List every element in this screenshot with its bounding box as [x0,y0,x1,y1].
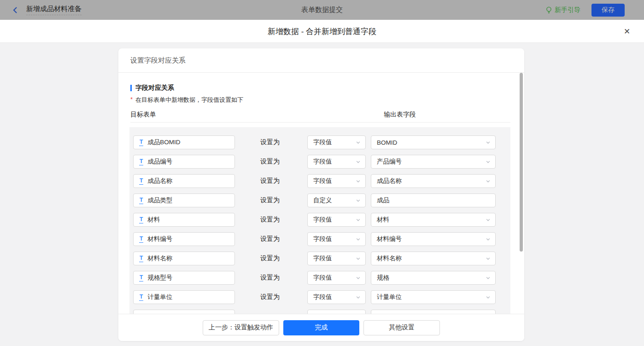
output-field-select[interactable]: 成品名称 [371,174,496,188]
target-field-box[interactable]: T材料编号 [133,232,235,246]
save-button[interactable]: 保存 [591,4,625,17]
target-field-box[interactable]: T成品名称 [133,174,235,188]
section-title-text: 字段对应关系 [135,84,174,92]
mapping-row: T材料名称设置为字段值材料名称 [133,252,510,265]
target-field-box[interactable]: T规格型号 [133,271,235,285]
section-title: 字段对应关系 [130,84,174,92]
scrollbar-thumb[interactable] [520,73,523,252]
section-accent-bar [130,85,132,91]
chevron-down-icon [356,198,361,203]
chevron-down-icon [486,295,491,300]
value-mode-select[interactable] [307,310,366,314]
chevron-down-icon [356,237,361,242]
chevron-down-icon [486,256,491,261]
set-as-label: 设置为 [260,177,280,185]
value-mode-select[interactable]: 字段值 [307,174,366,188]
dialog-body: 设置字段对应关系 字段对应关系 * 在目标表单中新增数据，字段值设置如下 目标表… [0,43,644,346]
header-divider [130,122,510,123]
card-footer: 上一步：设置触发动作 完成 其他设置 [118,314,524,341]
chevron-down-icon [356,179,361,184]
set-as-label: 设置为 [260,254,280,263]
target-field-label: 材料 [147,216,160,224]
back-button[interactable] [12,6,19,14]
mapping-rows: T成品BOMID设置为字段值BOMIDT成品编号设置为字段值产品编号T成品名称设… [129,127,510,314]
mapping-row: T材料编号设置为字段值材料编号 [133,232,510,246]
column-header-target-form: 目标表单 [130,111,156,118]
value-mode-select[interactable]: 自定义 [307,194,366,207]
target-field-label: 成品类型 [147,196,172,205]
workflow-title[interactable]: 新增成品材料准备 [26,5,82,15]
text-field-icon: T [139,294,143,301]
value-mode-select[interactable]: 字段值 [307,135,366,149]
close-icon[interactable]: ✕ [622,26,632,36]
target-field-label: 规格型号 [147,274,172,282]
value-mode-select[interactable]: 字段值 [307,232,366,246]
output-field-select[interactable]: 材料编号 [371,232,496,246]
target-field-label: 成品编号 [147,158,172,166]
set-as-label: 设置为 [260,138,280,147]
output-field-select[interactable]: BOMID [371,135,496,149]
chevron-down-icon [486,217,491,223]
target-field-box[interactable]: T成品BOMID [133,135,235,149]
target-field-box[interactable]: T成品类型 [133,194,235,207]
value-mode-select[interactable]: 字段值 [307,271,366,285]
output-field-select[interactable]: 产品编号 [371,155,496,169]
chevron-down-icon [486,140,491,145]
mapping-row: T成品编号设置为字段值产品编号 [133,155,510,169]
text-field-icon: T [139,178,143,185]
guide-bulb-icon [545,6,552,14]
required-note: * 在目标表单中新增数据，字段值设置如下 [130,96,243,104]
chevron-down-icon [486,237,491,242]
top-bar: 新增成品材料准备 表单数据提交 新手引导 保存 [0,0,644,20]
field-mapping-card: 设置字段对应关系 字段对应关系 * 在目标表单中新增数据，字段值设置如下 目标表… [118,48,524,341]
beginner-guide-button[interactable]: 新手引导 [545,6,580,14]
mapping-row: T成品BOMID设置为字段值BOMID [133,135,510,149]
previous-step-button[interactable]: 上一步：设置触发动作 [203,320,279,335]
chevron-down-icon [356,159,361,164]
set-as-label: 设置为 [260,158,280,166]
mapping-row: T计量单位设置为字段值计量单位 [133,290,510,304]
mapping-row: T规格型号设置为字段值规格 [133,271,510,285]
target-field-label: 材料名称 [147,254,172,263]
output-field-select[interactable]: 规格 [371,271,496,285]
set-as-label: 设置为 [260,235,280,243]
value-mode-select[interactable]: 字段值 [307,252,366,265]
value-mode-select[interactable]: 字段值 [307,155,366,169]
text-field-icon: T [139,236,143,243]
target-field-box[interactable]: T成品编号 [133,155,235,169]
dialog-header: 新增数据 - 合并新增到普通字段 ✕ [0,20,644,43]
text-field-icon: T [139,255,143,262]
chevron-down-icon [486,276,491,281]
value-mode-select[interactable]: 字段值 [307,290,366,304]
custom-value-input[interactable]: 成品 [371,194,496,207]
text-field-icon: T [139,217,143,223]
output-field-select[interactable]: 计量单位 [371,290,496,304]
text-field-icon: T [139,139,143,146]
mapping-row: T材料设置为字段值材料 [133,213,510,227]
chevron-down-icon [486,179,491,184]
set-as-label: 设置为 [260,274,280,282]
target-field-label: 材料编号 [147,235,172,243]
chevron-down-icon [356,256,361,261]
output-field-select[interactable]: 材料 [371,213,496,227]
set-as-label: 设置为 [260,216,280,224]
chevron-down-icon [356,217,361,223]
required-note-text: 在目标表单中新增数据，字段值设置如下 [135,96,243,104]
target-field-box[interactable]: T材料 [133,213,235,227]
target-field-box[interactable] [133,310,235,314]
value-mode-select[interactable]: 字段值 [307,213,366,227]
output-field-select[interactable] [371,310,496,314]
card-body: 字段对应关系 * 在目标表单中新增数据，字段值设置如下 目标表单 输出表字段 T… [118,73,524,314]
target-field-label: 成品BOMID [147,138,180,147]
required-asterisk: * [130,96,133,103]
output-field-select[interactable]: 材料名称 [371,252,496,265]
target-field-box[interactable]: T计量单位 [133,290,235,304]
finish-button[interactable]: 完成 [283,320,359,335]
column-header-output-fields: 输出表字段 [384,111,416,119]
other-settings-button[interactable]: 其他设置 [363,320,440,335]
target-field-box[interactable]: T材料名称 [133,252,235,265]
chevron-down-icon [356,140,361,145]
chevron-left-icon [12,6,18,14]
dialog-title: 新增数据 - 合并新增到普通字段 [0,20,644,43]
chevron-down-icon [486,159,491,164]
